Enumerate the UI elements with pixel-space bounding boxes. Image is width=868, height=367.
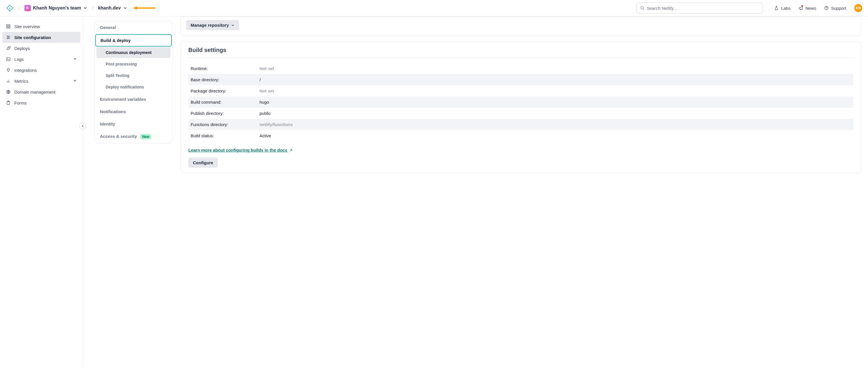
chevron-down-icon [73,79,77,84]
breadcrumb-site-label: khanh.dev [98,5,121,11]
chevron-down-icon [73,57,77,62]
new-badge: New [141,134,151,139]
subnav-identity[interactable]: Identity [95,118,172,130]
bar-chart-icon [6,79,11,84]
svg-rect-17 [7,58,10,61]
annotation-arrow [133,5,156,11]
external-link-icon [289,148,293,152]
sidebar-item-deploys[interactable]: Deploys [2,43,81,54]
svg-point-15 [7,38,8,39]
svg-point-13 [7,36,8,37]
subnav-access-security-label: Access & security [100,134,137,139]
search-input[interactable] [647,6,759,11]
setting-key: Publish directory: [188,108,257,119]
build-settings-table: Runtime:Not setBase directory:/Package d… [188,63,854,141]
setting-key: Build status: [188,130,257,141]
svg-marker-2 [133,6,137,10]
settings-subnav: General Build & deploy Continuous deploy… [94,21,173,143]
sidebar-item-label: Logs [14,57,24,62]
setting-value: / [257,74,854,85]
svg-rect-7 [9,25,10,26]
sidebar-item-forms[interactable]: Forms [2,97,81,108]
setting-value: public [257,108,854,119]
setting-key: Build command: [188,96,257,108]
table-row: Build command:hugo [188,96,854,108]
subnav-post-processing[interactable]: Post processing [96,59,170,69]
chevron-down-icon [83,6,87,10]
globe-icon [6,89,11,94]
docs-link[interactable]: Learn more about configuring builds in t… [188,148,293,152]
subnav-notifications[interactable]: Notifications [95,105,172,118]
news-notification-dot [801,5,803,7]
sidebar-item-overview[interactable]: Site overview [2,21,81,32]
configure-button[interactable]: Configure [188,158,218,168]
sidebar-item-configuration[interactable]: Site configuration [2,32,81,43]
breadcrumb-separator: / [17,5,21,11]
sidebar-item-metrics[interactable]: Metrics [2,75,81,86]
terminal-icon [6,57,11,62]
breadcrumb-separator: / [91,5,94,11]
manage-repository-button[interactable]: Manage repository [186,20,239,30]
clipboard-icon [6,100,11,105]
labs-link[interactable]: Labs [774,6,790,11]
docs-link-label: Learn more about configuring builds in t… [188,148,287,152]
table-row: Functions directory:netlify/functions [188,119,854,130]
plug-icon [6,67,11,73]
table-row: Build status:Active [188,130,854,141]
topbar: n / K Khanh Nguyen's team / khanh.dev La… [0,0,868,17]
top-links: Labs News Support KN [774,4,862,12]
setting-value: Not set [257,85,854,96]
sidebar-item-label: Site configuration [14,35,51,40]
support-label: Support [831,6,846,11]
build-settings-title: Build settings [188,47,854,58]
help-icon [824,6,829,10]
collapse-sidebar-button[interactable] [79,123,86,129]
setting-key: Package directory: [188,85,257,96]
search-box[interactable] [637,3,763,13]
table-row: Base directory:/ [188,74,854,85]
news-label: News [805,6,816,11]
sidebar-item-label: Deploys [14,46,30,51]
sidebar-item-label: Metrics [14,79,28,84]
sidebar-item-integrations[interactable]: Integrations [2,65,81,75]
support-link[interactable]: Support [824,6,846,11]
table-row: Runtime:Not set [188,63,854,74]
subnav-deploy-notifications[interactable]: Deploy notifications [96,82,170,92]
breadcrumb-team-label: Khanh Nguyen's team [33,5,81,11]
team-badge: K [24,5,31,11]
chevron-down-icon [123,6,127,10]
netlify-logo[interactable]: n [6,4,14,12]
sidebar-item-label: Integrations [14,68,37,73]
subnav-build-deploy[interactable]: Build & deploy [95,34,172,47]
setting-value: Active [257,130,854,141]
sidebar-item-logs[interactable]: Logs [2,54,81,65]
sidebar: Site overview Site configuration Deploys… [0,17,83,367]
breadcrumb-site[interactable]: khanh.dev [98,5,127,11]
flask-icon [774,6,779,10]
svg-rect-6 [7,25,8,26]
setting-value: hugo [257,96,854,108]
chevron-down-icon [231,24,235,27]
subnav-general[interactable]: General [95,21,172,34]
subnav-split-testing[interactable]: Split Testing [96,70,170,81]
avatar[interactable]: KN [854,4,862,12]
subnav-env-vars[interactable]: Environment variables [95,93,172,105]
setting-key: Base directory: [188,74,257,85]
sidebar-item-domain[interactable]: Domain management [2,86,81,97]
svg-rect-8 [7,27,8,28]
breadcrumb-team[interactable]: K Khanh Nguyen's team [24,5,87,11]
setting-value: netlify/functions [257,119,854,130]
repository-panel: Manage repository [181,17,861,36]
manage-repository-label: Manage repository [191,23,229,28]
svg-point-14 [9,37,9,38]
subnav-access-security[interactable]: Access & security New [95,130,172,143]
table-row: Package directory:Not set [188,85,854,96]
setting-key: Functions directory: [188,119,257,130]
sidebar-item-label: Domain management [14,90,55,94]
svg-line-4 [643,9,644,10]
labs-label: Labs [781,6,790,11]
subnav-continuous-deployment[interactable]: Continuous deployment [96,47,170,58]
sidebar-item-label: Site overview [14,24,40,29]
news-link[interactable]: News [799,6,816,11]
rocket-icon [6,45,11,51]
